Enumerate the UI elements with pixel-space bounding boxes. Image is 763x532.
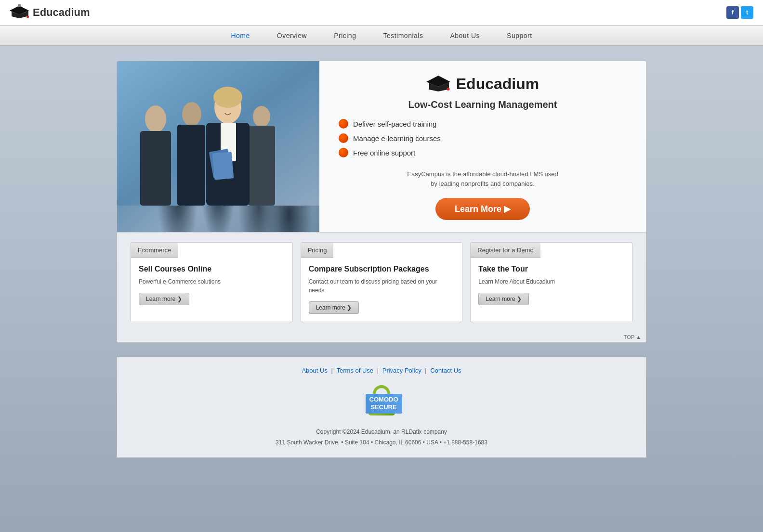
card-title-ecommerce: Sell Courses Online [139, 265, 285, 273]
svg-rect-8 [140, 131, 171, 206]
footer-link-about[interactable]: About Us [302, 367, 327, 374]
nav-item-about[interactable]: About Us [436, 26, 493, 45]
footer-links: About Us | Terms of Use | Privacy Policy… [127, 367, 636, 374]
footer-link-privacy[interactable]: Privacy Policy [382, 367, 421, 374]
card-title-pricing: Compare Subscription Packages [309, 265, 455, 273]
card-tab-pricing: Pricing [301, 243, 334, 258]
card-body-pricing: Compare Subscription Packages Contact ou… [301, 258, 462, 322]
main-content: Educadium Low-Cost Learning Management D… [117, 61, 646, 343]
hero-bullet-3: Free online support [339, 148, 627, 157]
nav-item-overview[interactable]: Overview [263, 26, 320, 45]
bullet-dot-2 [339, 133, 348, 143]
card-ecommerce: Ecommerce Sell Courses Online Powerful e… [131, 242, 293, 322]
hero-description: EasyCampus is the affordable cloud-hoste… [407, 169, 558, 188]
svg-rect-21 [447, 82, 449, 89]
hero-bullet-2: Manage e-learning courses [339, 133, 627, 143]
svg-rect-5 [18, 4, 21, 7]
footer: About Us | Terms of Use | Privacy Policy… [117, 357, 646, 458]
card-demo: Register for a Demo Take the Tour Learn … [470, 242, 632, 322]
comodo-badge: 👍 COMODOSECURE [348, 384, 415, 422]
hero-section: Educadium Low-Cost Learning Management D… [117, 61, 646, 232]
learn-more-button[interactable]: Learn More ▶ [435, 198, 530, 220]
footer-copyright: Copyright ©2024 Educadium, an RLDatix co… [127, 427, 636, 448]
svg-point-14 [213, 87, 242, 108]
card-pricing: Pricing Compare Subscription Packages Co… [301, 242, 463, 322]
card-tab-demo: Register for a Demo [471, 243, 540, 258]
grad-cap-icon [10, 4, 29, 21]
logo-text: Educadium [33, 6, 90, 19]
svg-rect-10 [177, 125, 205, 206]
card-btn-pricing[interactable]: Learn more ❯ [309, 301, 359, 314]
hero-tagline: Low-Cost Learning Management [408, 99, 557, 110]
bullet-dot-3 [339, 148, 348, 157]
card-body-ecommerce: Sell Courses Online Powerful e-Commerce … [131, 258, 292, 313]
nav-item-home[interactable]: Home [217, 26, 263, 45]
nav-item-pricing[interactable]: Pricing [320, 26, 369, 45]
svg-point-22 [447, 88, 449, 91]
twitter-icon[interactable]: t [741, 6, 753, 19]
card-btn-demo[interactable]: Learn more ❯ [478, 293, 529, 305]
hero-image [117, 61, 319, 232]
logo-area: Educadium [10, 4, 90, 21]
card-btn-ecommerce[interactable]: Learn more ❯ [139, 293, 189, 305]
footer-link-terms[interactable]: Terms of Use [337, 367, 374, 374]
svg-rect-12 [248, 126, 275, 206]
facebook-icon[interactable]: f [726, 6, 739, 19]
hero-bullet-1: Deliver self-paced training [339, 119, 627, 129]
nav-item-testimonials[interactable]: Testimonials [369, 26, 436, 45]
hero-logo-icon [426, 73, 450, 94]
hero-brand: Educadium [426, 73, 539, 94]
cards-section: Ecommerce Sell Courses Online Powerful e… [117, 232, 646, 332]
nav-inner: Home Overview Pricing Testimonials About… [217, 26, 545, 45]
card-desc-demo: Learn More About Educadium [478, 277, 624, 286]
hero-content: Educadium Low-Cost Learning Management D… [319, 61, 646, 232]
card-desc-pricing: Contact our team to discuss pricing base… [309, 277, 455, 295]
svg-point-3 [26, 16, 29, 18]
card-title-demo: Take the Tour [478, 265, 624, 273]
svg-point-11 [253, 106, 270, 127]
footer-link-contact[interactable]: Contact Us [430, 367, 461, 374]
social-icons: f t [726, 6, 753, 19]
card-desc-ecommerce: Powerful e-Commerce solutions [139, 277, 285, 286]
hero-brand-name: Educadium [456, 75, 539, 93]
card-tab-ecommerce: Ecommerce [131, 243, 178, 258]
top-link[interactable]: TOP ▲ [117, 332, 646, 342]
svg-point-9 [182, 102, 201, 126]
navigation: Home Overview Pricing Testimonials About… [0, 26, 763, 46]
comodo-label: COMODOSECURE [366, 394, 402, 414]
svg-rect-18 [212, 152, 234, 180]
header: Educadium f t [0, 0, 763, 26]
card-body-demo: Take the Tour Learn More About Educadium… [471, 258, 632, 313]
nav-item-support[interactable]: Support [493, 26, 546, 45]
svg-point-7 [145, 105, 166, 132]
bullet-dot-1 [339, 119, 348, 129]
svg-rect-2 [27, 11, 28, 16]
